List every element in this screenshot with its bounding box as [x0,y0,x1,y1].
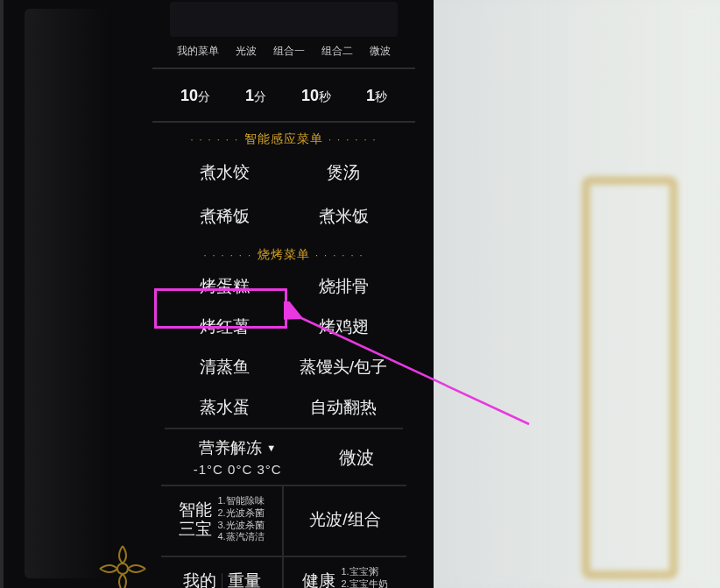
baby-health-button[interactable]: 健康宝宝 1.宝宝粥 2.宝宝牛奶 3.宝宝果泥 4.酸奶 [284,556,406,588]
divider [222,573,222,589]
menu-steam-bun[interactable]: 蒸馒头/包子 [284,347,403,387]
lightwave-combo-button[interactable]: 光波/组合 [284,485,406,556]
bottom-row-2: 我的菜单 重量调节 健康宝宝 1.宝宝粥 2.宝宝牛奶 3.宝宝果泥 4.酸奶 [152,556,415,588]
menu-porridge[interactable]: 煮稀饭 [165,195,284,238]
mode-my-menu: 我的菜单 [177,44,219,59]
smart-trio-list: 1.智能除味 2.光波杀菌 3.光波杀菌 4.蒸汽清洁 [217,495,264,543]
baby-list: 1.宝宝粥 2.宝宝牛奶 3.宝宝果泥 4.酸奶 [341,566,387,588]
flower-icon [95,541,151,588]
oven-body: 我的菜单 光波 组合一 组合二 微波 10分 1分 10秒 1秒 智能感应菜单 … [0,0,434,588]
menu-roast-ribs[interactable]: 烧排骨 [284,266,403,307]
menu-rice[interactable]: 煮米饭 [284,195,403,238]
menu-auto-reheat[interactable]: 自动翻热 [284,387,403,428]
my-menu-weight-button[interactable]: 我的菜单 重量调节 [161,556,284,588]
background-vase [582,176,678,579]
control-panel: 我的菜单 光波 组合一 组合二 微波 10分 1分 10秒 1秒 智能感应菜单 … [152,0,415,588]
menu-roast-wings[interactable]: 烤鸡翅 [284,307,403,347]
oven-door-glass [25,9,112,578]
time-10sec-button[interactable]: 10秒 [301,87,331,105]
thaw-temps: -1°C 0°C 3°C [194,462,282,477]
mode-combo2: 组合二 [321,44,353,59]
mode-microwave: 微波 [370,44,391,59]
time-1sec-button[interactable]: 1秒 [366,87,387,105]
menu-roast-sweet-potato[interactable]: 烤红薯 [165,307,284,347]
menu-boil-dumplings[interactable]: 煮水饺 [165,151,284,195]
thaw-row: 营养解冻 ▼ -1°C 0°C 3°C 微波 [152,429,415,485]
time-1min-button[interactable]: 1分 [245,87,266,105]
smart-trio-button[interactable]: 智能三宝 1.智能除味 2.光波杀菌 3.光波杀菌 4.蒸汽清洁 [161,485,284,556]
grill-menu-title: 烧烤菜单 [152,247,415,263]
mode-combo1: 组合一 [273,44,305,59]
microwave-button[interactable]: 微波 [339,446,374,477]
smart-menu-grid: 煮水饺 煲汤 煮稀饭 煮米饭 [152,151,415,238]
menu-steam-fish[interactable]: 清蒸鱼 [165,347,284,387]
grill-menu-grid: 烤蛋糕 烧排骨 烤红薯 烤鸡翅 清蒸鱼 蒸馒头/包子 蒸水蛋 自动翻热 [152,266,415,428]
mode-indicator-row: 我的菜单 光波 组合一 组合二 微波 [152,37,415,69]
time-10min-button[interactable]: 10分 [180,87,210,105]
chevron-down-icon: ▼ [266,443,276,453]
bottom-row-1: 智能三宝 1.智能除味 2.光波杀菌 3.光波杀菌 4.蒸汽清洁 光波/组合 [152,485,415,556]
svg-point-0 [117,563,128,574]
led-display [170,2,398,37]
smart-menu-title: 智能感应菜单 [152,131,415,147]
nutrient-thaw-button[interactable]: 营养解冻 ▼ -1°C 0°C 3°C [194,437,282,477]
menu-soup[interactable]: 煲汤 [284,151,403,195]
mode-lightwave: 光波 [236,44,257,59]
menu-bake-cake[interactable]: 烤蛋糕 [165,266,284,307]
time-button-row: 10分 1分 10秒 1秒 [152,69,415,123]
menu-steam-egg[interactable]: 蒸水蛋 [165,387,284,428]
